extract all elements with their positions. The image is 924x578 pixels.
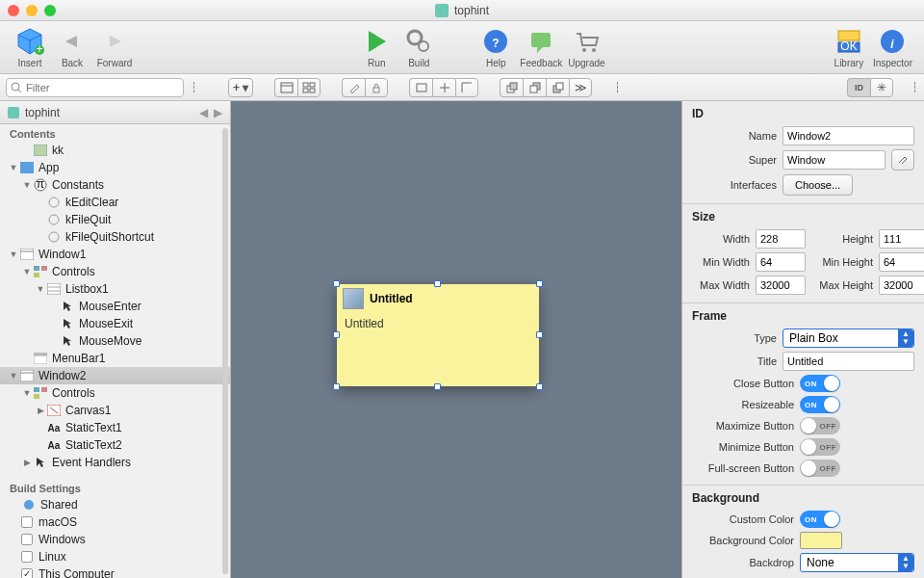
- search-icon: [11, 82, 22, 93]
- filter-input[interactable]: [26, 82, 179, 93]
- insert-button[interactable]: + Insert: [12, 27, 48, 68]
- build-item-thiscomputer[interactable]: This Computer: [0, 565, 230, 578]
- build-item-linux[interactable]: Linux: [0, 548, 230, 565]
- minheight-input[interactable]: [879, 252, 924, 272]
- gear-panel-button[interactable]: ✳: [870, 78, 893, 97]
- tree-item-statictext1[interactable]: AaStaticText1: [0, 419, 230, 436]
- tree-item-menubar1[interactable]: MenuBar1: [0, 350, 230, 367]
- edit-super-button[interactable]: [891, 149, 914, 171]
- align-button-3[interactable]: [455, 78, 478, 97]
- minimize-window-button[interactable]: [26, 5, 38, 16]
- zoom-window-button[interactable]: [44, 5, 56, 16]
- navigator-title: tophint: [25, 106, 60, 119]
- build-item-macos[interactable]: macOS: [0, 513, 230, 531]
- checkbox[interactable]: [21, 516, 33, 528]
- type-label: Type: [692, 332, 777, 344]
- order-button-3[interactable]: [546, 78, 569, 97]
- selection-handle[interactable]: [536, 383, 543, 390]
- tree-item-window1[interactable]: ▼Window1: [0, 246, 230, 263]
- tree-item-keditclear[interactable]: kEditClear: [0, 194, 230, 211]
- nav-back-button[interactable]: ◀: [199, 106, 208, 119]
- close-button-switch[interactable]: ON: [800, 375, 840, 392]
- tree-item-kfilequitshortcut[interactable]: kFileQuitShortcut: [0, 228, 230, 246]
- forward-button[interactable]: Forward: [96, 27, 133, 68]
- nav-forward-button[interactable]: ▶: [214, 106, 222, 119]
- align-button-2[interactable]: [432, 78, 455, 97]
- selection-handle[interactable]: [333, 331, 340, 338]
- height-input[interactable]: [879, 229, 924, 249]
- tree-item-mouseenter[interactable]: MouseEnter: [0, 298, 230, 315]
- choose-interfaces-button[interactable]: Choose...: [783, 174, 853, 196]
- width-input[interactable]: [756, 229, 806, 249]
- feedback-button[interactable]: Feedback: [520, 27, 562, 68]
- controls-icon: [33, 386, 48, 400]
- checkbox[interactable]: [21, 551, 33, 563]
- selection-handle[interactable]: [536, 331, 543, 338]
- lock-button[interactable]: [365, 78, 388, 97]
- add-item-button[interactable]: + ▾: [228, 78, 253, 97]
- maxheight-input[interactable]: [879, 276, 924, 295]
- selection-handle[interactable]: [434, 280, 441, 287]
- play-icon: [362, 27, 391, 56]
- name-input[interactable]: [783, 126, 914, 145]
- background-color-swatch[interactable]: [800, 532, 842, 549]
- tree-item-window2[interactable]: ▼Window2: [0, 367, 230, 384]
- order-button-1[interactable]: [500, 78, 523, 97]
- tree-item-statictext2[interactable]: AaStaticText2: [0, 436, 230, 454]
- tree-item-mousemove[interactable]: MouseMove: [0, 332, 230, 350]
- backdrop-select[interactable]: None▲▼: [800, 553, 914, 572]
- build-item-windows[interactable]: Windows: [0, 531, 230, 548]
- selection-handle[interactable]: [333, 383, 340, 390]
- maxwidth-input[interactable]: [756, 276, 806, 295]
- window-preview[interactable]: Untitled Untitled: [337, 284, 539, 386]
- tree-item-kfilequit[interactable]: kFileQuit: [0, 211, 230, 228]
- checkbox[interactable]: [21, 534, 33, 545]
- inspector-button[interactable]: i Inspector: [873, 27, 912, 68]
- layout-view-button[interactable]: [274, 78, 297, 97]
- canvas-area[interactable]: Untitled Untitled: [231, 101, 681, 578]
- run-button[interactable]: Run: [358, 27, 395, 68]
- selection-handle[interactable]: [434, 383, 441, 390]
- grid-view-button[interactable]: [297, 78, 321, 97]
- cube-icon: +: [15, 27, 44, 56]
- help-button[interactable]: ? Help: [477, 27, 514, 68]
- tree-item-mouseexit[interactable]: MouseExit: [0, 315, 230, 332]
- tree-item-controls-1[interactable]: ▼Controls: [0, 263, 230, 280]
- fullscreen-button-switch[interactable]: OFF: [800, 460, 840, 477]
- tree-item-kk[interactable]: kk: [0, 142, 230, 159]
- tree-item-canvas1[interactable]: ▶Canvas1: [0, 402, 230, 419]
- selection-handle[interactable]: [536, 280, 543, 287]
- svg-point-39: [49, 215, 59, 224]
- super-input[interactable]: [783, 150, 886, 170]
- tree-item-eventhandlers[interactable]: ▶Event Handlers: [0, 454, 230, 471]
- build-button[interactable]: Build: [400, 27, 437, 68]
- back-button[interactable]: Back: [54, 27, 90, 68]
- resizeable-switch[interactable]: ON: [800, 396, 840, 413]
- overflow-button[interactable]: ≫: [569, 78, 592, 97]
- title-input[interactable]: [783, 352, 914, 371]
- custom-color-switch[interactable]: ON: [800, 511, 840, 528]
- order-button-2[interactable]: [523, 78, 546, 97]
- selection-handle[interactable]: [333, 280, 340, 287]
- filter-search[interactable]: [6, 78, 184, 97]
- navigator-scrollbar[interactable]: [222, 128, 228, 574]
- svg-rect-20: [303, 83, 308, 87]
- help-icon: ?: [481, 27, 510, 56]
- edit-button[interactable]: [342, 78, 365, 97]
- tree-item-listbox1[interactable]: ▼Listbox1: [0, 280, 230, 298]
- tree-item-constants[interactable]: ▼πConstants: [0, 176, 230, 194]
- tree-item-app[interactable]: ▼App: [0, 159, 230, 176]
- close-window-button[interactable]: [8, 5, 19, 16]
- type-select[interactable]: Plain Box▲▼: [783, 328, 914, 348]
- id-panel-button[interactable]: ID: [847, 78, 870, 97]
- minwidth-input[interactable]: [756, 252, 806, 272]
- maximize-button-switch[interactable]: OFF: [800, 417, 840, 434]
- tree-item-controls-2[interactable]: ▼Controls: [0, 384, 230, 402]
- checkbox[interactable]: [21, 568, 33, 578]
- interfaces-label: Interfaces: [692, 179, 777, 191]
- library-button[interactable]: OK Library: [831, 27, 867, 68]
- align-button-1[interactable]: [409, 78, 432, 97]
- upgrade-button[interactable]: Upgrade: [568, 27, 604, 68]
- build-item-shared[interactable]: Shared: [0, 496, 230, 513]
- minimize-button-switch[interactable]: OFF: [800, 438, 840, 456]
